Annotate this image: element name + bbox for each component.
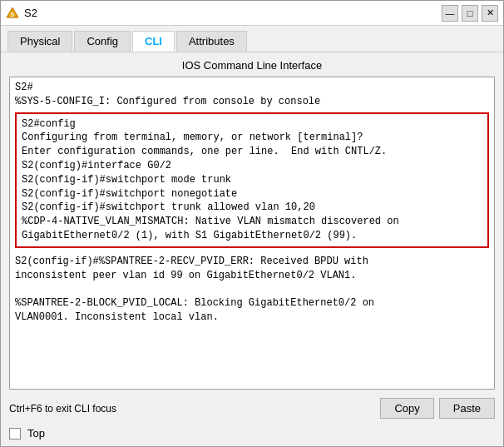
top-checkbox[interactable] (9, 428, 21, 440)
main-window: S S2 — □ ✕ Physical Config CLI Attribute… (0, 0, 504, 447)
bottom-area: Top (1, 424, 503, 446)
window-controls: — □ ✕ (442, 5, 498, 22)
tab-bar: Physical Config CLI Attributes (1, 26, 503, 52)
terminal-block1: S2# %SYS-5-CONFIG_I: Configured from con… (15, 81, 489, 109)
footer: Ctrl+F6 to exit CLI focus Copy Paste (1, 393, 503, 424)
terminal-block2: S2(config-if)#%SPANTREE-2-RECV_PVID_ERR:… (15, 251, 489, 328)
footer-hint: Ctrl+F6 to exit CLI focus (9, 403, 116, 415)
paste-button[interactable]: Paste (439, 398, 495, 419)
app-icon: S (6, 7, 19, 20)
section-title: IOS Command Line Interface (1, 52, 503, 77)
content-area: S2# %SYS-5-CONFIG_I: Configured from con… (1, 77, 503, 393)
terminal-scroll[interactable]: S2# %SYS-5-CONFIG_I: Configured from con… (10, 77, 494, 389)
maximize-button[interactable]: □ (462, 5, 478, 22)
minimize-button[interactable]: — (442, 5, 458, 22)
terminal-container: S2# %SYS-5-CONFIG_I: Configured from con… (9, 77, 495, 390)
terminal-red-block: S2#config Configuring from terminal, mem… (15, 112, 489, 248)
title-bar-left: S S2 (6, 7, 37, 20)
title-bar: S S2 — □ ✕ (1, 1, 503, 26)
close-button[interactable]: ✕ (482, 5, 498, 22)
svg-text:S: S (10, 11, 15, 18)
tab-cli[interactable]: CLI (132, 31, 175, 52)
tab-config[interactable]: Config (74, 31, 131, 52)
copy-button[interactable]: Copy (380, 398, 433, 419)
top-label: Top (27, 427, 45, 440)
window-title: S2 (24, 7, 37, 19)
footer-buttons: Copy Paste (380, 398, 495, 419)
tab-attributes[interactable]: Attributes (176, 31, 247, 52)
tab-physical[interactable]: Physical (7, 31, 72, 52)
